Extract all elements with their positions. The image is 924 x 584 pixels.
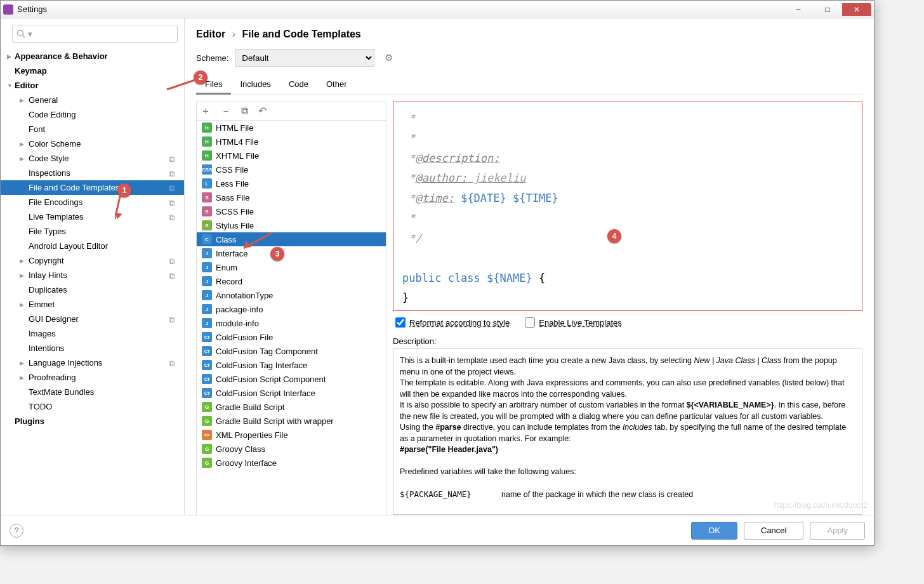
nav-item[interactable]: Duplicates [1, 282, 184, 297]
tabs: FilesIncludesCodeOther [196, 76, 862, 95]
nav-item[interactable]: ▶Language Injections⧉ [1, 355, 184, 370]
minimize-button[interactable]: – [784, 3, 813, 16]
reformat-checkbox[interactable]: Reformat according to style [395, 317, 510, 328]
template-item[interactable]: CClass [197, 232, 386, 246]
template-item[interactable]: GGradle Build Script with wrapper [197, 414, 386, 428]
nav-item[interactable]: Font [1, 122, 184, 136]
template-item[interactable]: CSSCSS File [197, 163, 386, 176]
nav-item[interactable]: ▶General [1, 93, 184, 107]
template-item[interactable]: CfColdFusion Tag Interface [197, 358, 386, 372]
template-item[interactable]: Jpackage-info [197, 302, 386, 316]
nav-item[interactable]: ▶Appearance & Behavior [1, 49, 184, 63]
nav-item[interactable]: ▶Proofreading [1, 370, 184, 385]
breadcrumb: Editor › File and Code Templates [196, 29, 862, 40]
reformat-input[interactable] [395, 317, 406, 328]
app-icon [3, 4, 13, 15]
nav-item[interactable]: ▶Inlay Hints⧉ [1, 268, 184, 282]
maximize-button[interactable]: □ [813, 3, 842, 16]
breadcrumb-b: File and Code Templates [242, 29, 360, 39]
code-editor[interactable]: * * *@description: *@author: jiekeliu *@… [393, 102, 862, 311]
nav-item[interactable]: Inspections⧉ [1, 166, 184, 180]
template-item[interactable]: LLess File [197, 176, 386, 190]
template-editor-pane: * * *@description: *@author: jiekeliu *@… [386, 102, 862, 515]
nav-item[interactable]: Images [1, 326, 184, 341]
template-item[interactable]: JEnum [197, 260, 386, 274]
template-item[interactable]: HXHTML File [197, 149, 386, 163]
nav-item[interactable]: GUI Designer⧉ [1, 312, 184, 326]
file-icon: H [202, 123, 212, 133]
nav-item[interactable]: Intentions [1, 341, 184, 355]
apply-button[interactable]: Apply [810, 522, 865, 540]
template-item[interactable]: GGroovy Class [197, 442, 386, 456]
search-caret: ▾ [28, 29, 32, 39]
search-icon [16, 29, 25, 38]
nav-item[interactable]: ▶Code Style⧉ [1, 151, 184, 166]
nav-item[interactable]: TODO [1, 399, 184, 414]
template-item[interactable]: <>XML Properties File [197, 428, 386, 442]
search-input[interactable]: ▾ [12, 25, 178, 43]
file-icon: S [202, 220, 212, 230]
nav-item[interactable]: Keymap [1, 63, 184, 78]
tab[interactable]: Code [280, 76, 317, 95]
template-item[interactable]: CfColdFusion Tag Component [197, 344, 386, 358]
file-icon: J [202, 318, 212, 328]
footer: ? OK Cancel Apply [1, 515, 874, 545]
template-item[interactable]: SSCSS File [197, 204, 386, 218]
nav-item[interactable]: ▶Color Scheme [1, 136, 184, 151]
nav-item[interactable]: Plugins [1, 414, 184, 428]
tab[interactable]: Includes [231, 76, 279, 95]
file-icon: <> [202, 430, 212, 440]
file-icon: G [202, 416, 212, 426]
template-item[interactable]: CfColdFusion Script Interface [197, 386, 386, 400]
template-item[interactable]: GGroovy Interface [197, 456, 386, 470]
template-item[interactable]: HHTML4 File [197, 135, 386, 149]
template-item[interactable]: Jmodule-info [197, 316, 386, 330]
remove-icon[interactable]: － [221, 106, 231, 116]
add-icon[interactable]: ＋ [201, 106, 211, 116]
template-item[interactable]: CfColdFusion File [197, 330, 386, 344]
gear-icon[interactable]: ⚙ [385, 52, 393, 63]
enable-lt-checkbox[interactable]: Enable Live Templates [525, 317, 622, 328]
callout-4: 4 [607, 229, 621, 243]
file-icon: G [202, 444, 212, 454]
nav-item[interactable]: ▶Emmet [1, 297, 184, 312]
file-icon: J [202, 262, 212, 272]
file-icon: J [202, 248, 212, 258]
copy-icon[interactable]: ⧉ [241, 106, 248, 116]
enable-lt-input[interactable] [525, 317, 535, 328]
nav-item[interactable]: Live Templates⧉ [1, 209, 184, 224]
nav-item[interactable]: ▼Editor [1, 78, 184, 93]
breadcrumb-a: Editor [196, 29, 225, 39]
callout-3: 3 [270, 247, 284, 261]
file-icon: Cf [202, 346, 212, 356]
nav-item[interactable]: File Types [1, 224, 184, 239]
nav-item[interactable]: ▶Copyright⧉ [1, 253, 184, 268]
template-item[interactable]: JRecord [197, 274, 386, 288]
file-icon: G [202, 458, 212, 468]
nav-item[interactable]: File and Code Templates⧉ [1, 180, 184, 195]
template-item[interactable]: SStylus File [197, 218, 386, 232]
help-button[interactable]: ? [10, 524, 23, 538]
tab[interactable]: Other [317, 76, 356, 95]
template-item[interactable]: JAnnotationType [197, 288, 386, 302]
ok-button[interactable]: OK [691, 522, 737, 540]
template-list-pane: ＋ － ⧉ ↶ HHTML FileHHTML4 FileHXHTML File… [196, 102, 386, 515]
watermark: https://blog.csdn.net/dquot2 [774, 501, 868, 510]
scheme-select[interactable]: Default [235, 49, 374, 67]
file-icon: S [202, 206, 212, 216]
nav-item[interactable]: Android Layout Editor [1, 239, 184, 253]
template-item[interactable]: SSass File [197, 190, 386, 204]
template-item[interactable]: CfColdFusion Script Component [197, 372, 386, 386]
close-button[interactable]: ✕ [842, 3, 871, 16]
breadcrumb-sep: › [232, 29, 235, 39]
template-list: HHTML FileHHTML4 FileHXHTML FileCSSCSS F… [196, 121, 386, 515]
template-item[interactable]: JInterface [197, 246, 386, 260]
nav-item[interactable]: Code Editing [1, 107, 184, 122]
template-item[interactable]: GGradle Build Script [197, 400, 386, 414]
revert-icon[interactable]: ↶ [258, 106, 267, 116]
nav-item[interactable]: TextMate Bundles [1, 385, 184, 399]
main-panel: Editor › File and Code Templates Scheme:… [185, 18, 874, 515]
nav-item[interactable]: File Encodings⧉ [1, 195, 184, 209]
template-item[interactable]: HHTML File [197, 121, 386, 135]
cancel-button[interactable]: Cancel [744, 522, 803, 540]
